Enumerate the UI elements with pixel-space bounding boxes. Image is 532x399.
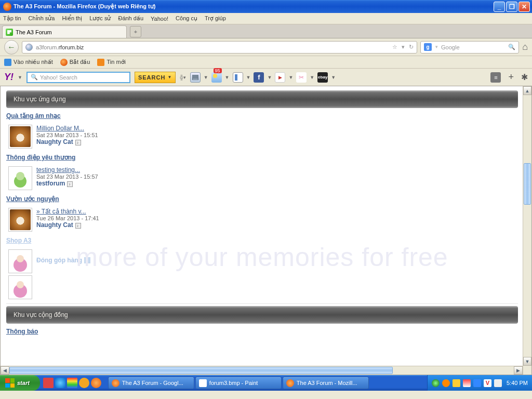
goto-last-post-icon[interactable] — [75, 223, 81, 229]
scroll-left-button[interactable]: ◀ — [1, 366, 9, 375]
ebay-icon[interactable]: ebay — [317, 72, 328, 83]
back-button[interactable]: ← — [4, 40, 19, 55]
menu-bar: Tập tin Chỉnh sửa Hiển thị Lược sử Đánh … — [0, 13, 532, 24]
url-dropdown-icon[interactable]: ▾ — [402, 44, 405, 50]
bookmark-icon[interactable] — [233, 72, 243, 83]
forum-link[interactable]: Quà tặng âm nhạc — [6, 112, 518, 119]
firefox-icon — [286, 379, 294, 387]
avatar[interactable] — [8, 275, 32, 299]
yahoo-toolbar: Y! ▼ 🔍 Yahoo! Search SEARCH▼ ╬▾ ▼ 95▼ ▼ … — [0, 69, 532, 86]
menu-yahoo[interactable]: Yahoo! — [151, 16, 168, 22]
bookmark-getting-started[interactable]: Bắt đầu — [60, 59, 90, 66]
menu-view[interactable]: Hiển thị — [62, 15, 83, 22]
url-bar[interactable]: a3forum.rforum.biz ☆ ▾ ↻ — [22, 41, 417, 54]
toolbar-menu-icon[interactable]: ≡ — [490, 72, 501, 83]
menu-history[interactable]: Lược sử — [89, 15, 111, 22]
scissors-icon[interactable] — [296, 72, 307, 83]
scrollbar-thumb[interactable] — [524, 163, 531, 205]
post-author-link[interactable]: Naughty Cat — [36, 221, 73, 229]
window-maximize-button[interactable]: ❐ — [506, 2, 517, 12]
scroll-right-button[interactable]: ▶ — [514, 366, 523, 375]
tray-icon[interactable] — [494, 379, 502, 387]
quick-launch-icon[interactable] — [55, 378, 65, 388]
post-author-link[interactable]: Naughty Cat — [36, 138, 73, 145]
browser-tab-active[interactable]: The A3 Forum — [2, 25, 127, 38]
new-tab-button[interactable]: + — [130, 26, 141, 37]
bookmark-star-icon[interactable]: ☆ — [392, 44, 397, 50]
scrollbar-thumb[interactable] — [9, 367, 393, 374]
bookmark-latest-news[interactable]: Tin mới — [97, 59, 126, 66]
separator-dropdown[interactable]: ╬▾ — [180, 75, 185, 80]
forum-link[interactable]: Thông báo — [6, 328, 518, 335]
avatar[interactable] — [8, 125, 32, 149]
avatar[interactable] — [8, 166, 32, 190]
tray-icon[interactable] — [442, 379, 450, 387]
windows-taskbar: start The A3 Forum - Googl... forum3.bmp… — [0, 375, 532, 391]
rss-icon — [97, 59, 104, 66]
scroll-down-button[interactable]: ▼ — [523, 357, 531, 366]
post-author-link[interactable]: testforum — [36, 180, 65, 187]
search-icon[interactable]: 🔍 — [508, 44, 515, 50]
post-date: Sat 23 Mar 2013 - 15:51 — [36, 132, 98, 138]
quick-launch-icon[interactable] — [43, 378, 54, 388]
vertical-scrollbar[interactable]: ▲ ▼ — [523, 86, 531, 375]
avatar[interactable] — [8, 208, 32, 232]
goto-last-post-icon[interactable] — [67, 181, 73, 187]
menu-edit[interactable]: Chỉnh sửa — [29, 15, 55, 22]
firefox-icon — [60, 59, 68, 66]
search-bar[interactable]: g ▼ Google 🔍 — [420, 41, 519, 54]
post-title-link[interactable]: Million Dollar M... — [36, 125, 98, 132]
youtube-icon[interactable] — [275, 72, 285, 83]
taskbar-button[interactable]: The A3 Forum - Googl... — [108, 377, 194, 389]
home-button[interactable]: ⌂ — [522, 42, 528, 52]
toolbar-add-icon[interactable]: + — [508, 72, 514, 83]
bookmark-most-visited[interactable]: Vào nhiều nhất — [4, 59, 53, 66]
goto-last-post-icon[interactable] — [75, 140, 81, 145]
forum-link[interactable]: Vườn ước nguyện — [6, 195, 518, 203]
scroll-up-button[interactable]: ▲ — [523, 86, 531, 95]
page-content: more of your memories for free Khu vực ứ… — [2, 86, 522, 366]
yahoo-search-input[interactable]: 🔍 Yahoo! Search — [26, 72, 130, 83]
post-title-link[interactable]: » Tất cả thành v... — [36, 208, 99, 215]
search-engine-dropdown[interactable]: ▼ — [434, 45, 438, 49]
window-close-button[interactable]: ✕ — [518, 2, 530, 12]
tray-icon[interactable]: V — [484, 379, 491, 387]
taskbar-button[interactable]: forum3.bmp - Paint — [195, 377, 282, 389]
tray-volume-icon[interactable] — [463, 379, 471, 387]
menu-file[interactable]: Tập tin — [3, 15, 21, 22]
tray-icon[interactable] — [453, 379, 460, 387]
menu-help[interactable]: Trợ giúp — [205, 15, 226, 22]
post-title-link[interactable]: testing testing... — [36, 166, 98, 174]
tray-icon[interactable] — [432, 379, 440, 387]
post-date: Sat 23 Mar 2013 - 15:57 — [36, 174, 98, 180]
post-row: » Tất cả thành v... Tue 26 Mar 2013 - 17… — [6, 206, 518, 234]
tab-strip: The A3 Forum + — [0, 24, 532, 38]
toolbar-settings-icon[interactable]: ✱ — [521, 72, 528, 82]
window-minimize-button[interactable]: _ — [494, 2, 505, 12]
horizontal-scrollbar[interactable]: ◀ ▶ — [1, 366, 523, 375]
post-title-link[interactable]: Đóng góp hàng — [36, 257, 82, 264]
mail-icon[interactable] — [190, 72, 201, 83]
quick-launch-firefox-icon[interactable] — [91, 378, 101, 388]
forum-link[interactable]: Shop A3 — [6, 237, 518, 244]
taskbar-button[interactable]: The A3 Forum - Mozill... — [283, 377, 369, 389]
quick-launch-icon[interactable] — [79, 378, 89, 388]
yahoo-logo[interactable]: Y! — [4, 72, 14, 83]
facebook-icon[interactable]: f — [254, 72, 264, 83]
quick-launch-chrome-icon[interactable] — [67, 378, 77, 388]
reload-icon[interactable]: ↻ — [409, 44, 414, 50]
url-text: a3forum.rforum.biz — [36, 44, 84, 50]
taskbar-clock[interactable]: 5:40 PM — [507, 380, 528, 386]
forum-link[interactable]: Thông điệp yêu thương — [6, 154, 518, 161]
start-button[interactable]: start — [0, 375, 40, 391]
weather-badge: 95 — [214, 68, 222, 73]
weather-icon[interactable]: 95 — [211, 72, 222, 83]
tray-network-icon[interactable] — [473, 379, 481, 387]
menu-tools[interactable]: Công cụ — [176, 15, 197, 22]
yahoo-dropdown[interactable]: ▼ — [18, 75, 22, 80]
menu-bookmarks[interactable]: Đánh dấu — [118, 15, 143, 22]
avatar[interactable] — [8, 249, 32, 273]
bookmarks-toolbar: Vào nhiều nhất Bắt đầu Tin mới — [0, 56, 532, 69]
yahoo-search-button[interactable]: SEARCH▼ — [135, 72, 176, 83]
paint-icon — [199, 379, 207, 387]
